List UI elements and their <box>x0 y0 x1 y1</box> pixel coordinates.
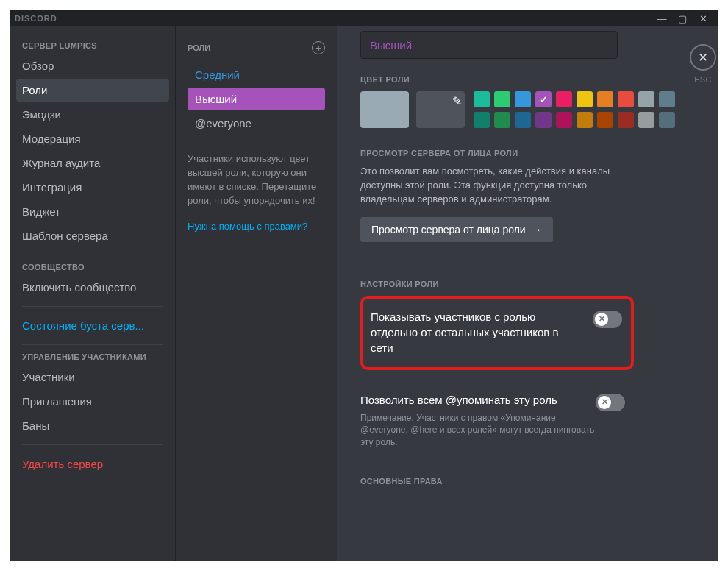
color-swatch[interactable] <box>618 91 634 107</box>
role-item-medium[interactable]: Средний <box>188 63 325 86</box>
color-swatch[interactable] <box>659 91 675 107</box>
setting-display-separately-label: Показывать участников с ролью отдельно о… <box>371 309 577 355</box>
toggle-knob-off-icon: ✕ <box>598 396 611 409</box>
color-swatch[interactable] <box>618 112 634 128</box>
color-swatch[interactable] <box>474 91 490 107</box>
color-swatch[interactable] <box>638 91 654 107</box>
color-swatch[interactable] <box>597 112 613 128</box>
highlighted-setting: Показывать участников с ролью отдельно о… <box>360 296 634 370</box>
eyedropper-icon: ✎ <box>452 94 462 108</box>
color-swatch[interactable] <box>577 91 593 107</box>
divider <box>22 444 163 445</box>
role-settings-content: ✕ ESC Высший ЦВЕТ РОЛИ ✎ ПРОСМОТР СЕРВЕР… <box>337 26 718 561</box>
color-swatch[interactable] <box>556 91 572 107</box>
sidebar-item-invites[interactable]: Приглашения <box>16 390 169 413</box>
color-swatch[interactable] <box>535 91 552 107</box>
divider <box>22 344 163 345</box>
sidebar-item-overview[interactable]: Обзор <box>16 54 169 77</box>
sidebar-section-members: УПРАВЛЕНИЕ УЧАСТНИКАМИ <box>16 352 169 366</box>
role-name-dropdown[interactable]: Высший <box>360 31 618 59</box>
sidebar-section-server: СЕРВЕР LUMPICS <box>16 41 169 54</box>
color-swatch[interactable] <box>577 112 593 128</box>
divider <box>22 306 163 307</box>
preview-server-button[interactable]: Просмотр сервера от лица роли → <box>360 217 553 242</box>
sidebar-item-delete-server[interactable]: Удалить сервер <box>16 453 169 475</box>
color-swatch[interactable] <box>515 91 531 107</box>
role-item-everyone[interactable]: @everyone <box>188 112 325 135</box>
preview-button-label: Просмотр сервера от лица роли <box>371 224 526 235</box>
setting-allow-mention-label: Позволить всем @упоминать эту роль <box>360 392 566 408</box>
roles-list-column: РОЛИ + Средний Высший @everyone Участник… <box>175 26 337 561</box>
sidebar-item-emoji[interactable]: Эмодзи <box>16 103 169 126</box>
sidebar-section-community: СООБЩЕСТВО <box>16 263 169 276</box>
sidebar-item-boost-status[interactable]: Состояние буста серв... <box>16 314 169 337</box>
role-color-label: ЦВЕТ РОЛИ <box>360 75 685 84</box>
role-item-high[interactable]: Высший <box>188 88 325 110</box>
window-close[interactable]: ✕ <box>693 11 713 26</box>
sidebar-item-bans[interactable]: Баны <box>16 414 169 437</box>
sidebar-item-enable-community[interactable]: Включить сообщество <box>16 276 169 299</box>
sidebar-item-roles[interactable]: Роли <box>16 79 169 102</box>
add-role-button[interactable]: + <box>312 41 325 54</box>
preview-section-label: ПРОСМОТР СЕРВЕРА ОТ ЛИЦА РОЛИ <box>360 149 685 157</box>
divider <box>22 255 163 255</box>
sidebar-item-widget[interactable]: Виджет <box>16 200 169 223</box>
color-swatch[interactable] <box>474 112 490 128</box>
sidebar-item-members[interactable]: Участники <box>16 366 169 389</box>
sidebar-item-integration[interactable]: Интеграция <box>16 176 169 199</box>
color-swatch[interactable] <box>597 91 613 107</box>
color-swatch[interactable] <box>494 112 510 128</box>
color-swatch[interactable] <box>556 112 572 128</box>
setting-allow-mention-note: Примечание. Участники с правом «Упоминан… <box>360 412 596 449</box>
window-maximize[interactable]: ▢ <box>672 11 693 26</box>
role-name-value: Высший <box>370 39 412 52</box>
setting-display-separately-toggle[interactable]: ✕ <box>593 311 622 328</box>
setting-allow-mention-toggle[interactable]: ✕ <box>596 394 625 411</box>
color-swatch[interactable] <box>515 112 531 128</box>
basic-rights-label: ОСНОВНЫЕ ПРАВА <box>360 477 685 486</box>
color-custom-swatch[interactable]: ✎ <box>416 91 465 128</box>
color-swatch[interactable] <box>535 112 552 128</box>
server-settings-sidebar: СЕРВЕР LUMPICS Обзор Роли Эмодзи Модерац… <box>10 26 175 561</box>
app-brand: DISCORD <box>15 14 57 23</box>
esc-label: ESC <box>690 75 716 84</box>
roles-help-text: Участники используют цвет высшей роли, к… <box>188 152 325 208</box>
color-swatch[interactable] <box>494 91 510 107</box>
preview-section-desc: Это позволит вам посмотреть, какие дейст… <box>360 165 618 207</box>
titlebar: DISCORD — ▢ ✕ <box>10 10 718 26</box>
role-settings-label: НАСТРОЙКИ РОЛИ <box>360 280 685 288</box>
toggle-knob-off-icon: ✕ <box>595 313 608 326</box>
window-minimize[interactable]: — <box>652 11 672 26</box>
sidebar-item-audit-log[interactable]: Журнал аудита <box>16 152 169 174</box>
color-swatch[interactable] <box>659 112 675 128</box>
sidebar-item-moderation[interactable]: Модерация <box>16 127 169 150</box>
color-default-swatch[interactable] <box>360 91 409 128</box>
arrow-right-icon: → <box>532 224 542 235</box>
close-icon: ✕ <box>698 50 708 65</box>
roles-help-link[interactable]: Нужна помощь с правами? <box>188 221 325 232</box>
sidebar-item-template[interactable]: Шаблон сервера <box>16 224 169 247</box>
divider <box>360 263 625 263</box>
roles-header-label: РОЛИ <box>188 43 210 52</box>
color-swatch[interactable] <box>638 112 654 128</box>
close-button[interactable]: ✕ <box>690 44 716 71</box>
